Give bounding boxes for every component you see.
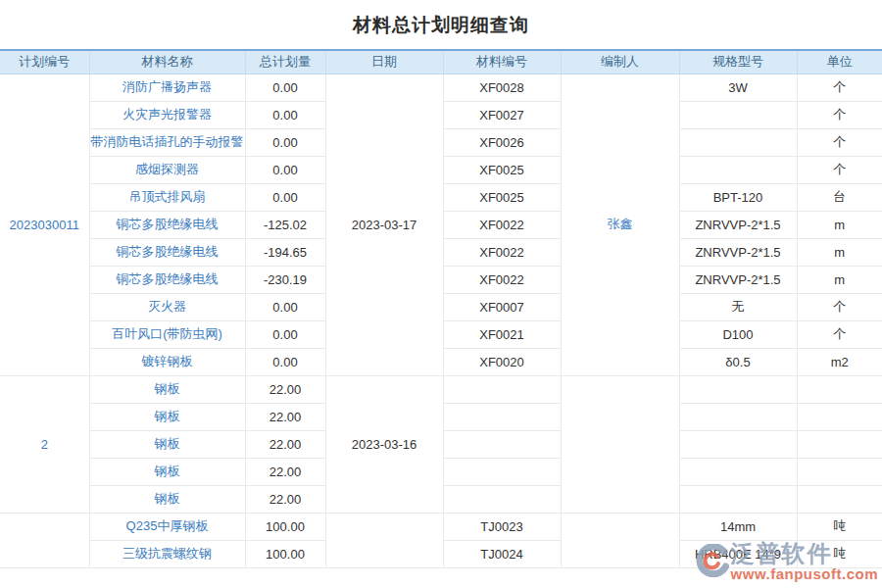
- date-cell: 2023-03-17: [325, 74, 443, 375]
- table-row: 2钢板22.002023-03-16: [0, 375, 882, 403]
- unit-cell: [797, 485, 882, 513]
- unit-cell: 个: [797, 101, 882, 128]
- material-name-link[interactable]: 铜芯多股绝缘电线: [89, 266, 245, 293]
- spec-model-cell: [679, 403, 797, 430]
- total-plan-qty-cell: 0.00: [245, 320, 325, 348]
- total-plan-qty-cell: 0.00: [245, 348, 325, 375]
- material-name-link[interactable]: 带消防电话插孔的手动报警: [89, 128, 245, 156]
- total-plan-qty-cell: 0.00: [245, 183, 325, 211]
- column-header-unit: 单位: [797, 50, 882, 74]
- page: 材料总计划明细查询 计划编号 材料名称 总计划量 日期 材料编号 编制人 规格型…: [0, 0, 882, 588]
- total-plan-qty-cell: 0.00: [245, 156, 325, 183]
- material-number-cell: XF0027: [443, 101, 561, 128]
- total-plan-qty-cell: 22.00: [245, 485, 325, 513]
- table-header: 计划编号 材料名称 总计划量 日期 材料编号 编制人 规格型号 单位: [0, 50, 882, 74]
- header-row: 计划编号 材料名称 总计划量 日期 材料编号 编制人 规格型号 单位: [0, 50, 882, 74]
- spec-model-cell: BPT-120: [679, 183, 797, 211]
- table-row: Q235中厚钢板100.00TJ002314mm吨: [0, 513, 882, 540]
- plan-number-link[interactable]: 2: [0, 375, 89, 513]
- spec-model-cell: [679, 430, 797, 458]
- spec-model-cell: δ0.5: [679, 348, 797, 375]
- plan-number-link[interactable]: 2023030011: [0, 74, 89, 375]
- material-number-cell: [443, 375, 561, 403]
- total-plan-qty-cell: 22.00: [245, 458, 325, 485]
- unit-cell: [797, 430, 882, 458]
- unit-cell: 个: [797, 293, 882, 320]
- material-name-link[interactable]: 感烟探测器: [89, 156, 245, 183]
- compiler-cell: [561, 513, 679, 567]
- total-plan-qty-cell: -194.65: [245, 238, 325, 266]
- material-number-cell: XF0022: [443, 266, 561, 293]
- material-number-cell: [443, 458, 561, 485]
- material-number-cell: XF0026: [443, 128, 561, 156]
- unit-cell: m: [797, 238, 882, 266]
- total-plan-qty-cell: 22.00: [245, 430, 325, 458]
- material-name-link[interactable]: 火灾声光报警器: [89, 101, 245, 128]
- spec-model-cell: 3W: [679, 74, 797, 101]
- unit-cell: m: [797, 211, 882, 238]
- material-name-link[interactable]: 灭火器: [89, 293, 245, 320]
- total-plan-qty-cell: -125.02: [245, 211, 325, 238]
- material-name-link[interactable]: 铜芯多股绝缘电线: [89, 211, 245, 238]
- total-plan-qty-cell: 0.00: [245, 101, 325, 128]
- column-header-spec: 规格型号: [679, 50, 797, 74]
- total-plan-qty-cell: 100.00: [245, 540, 325, 567]
- spec-model-cell: ZNRVVP-2*1.5: [679, 238, 797, 266]
- spec-model-cell: [679, 375, 797, 403]
- total-plan-qty-cell: 0.00: [245, 74, 325, 101]
- spec-model-cell: ZNRVVP-2*1.5: [679, 266, 797, 293]
- material-name-link[interactable]: 钢板: [89, 403, 245, 430]
- total-plan-qty-cell: 0.00: [245, 293, 325, 320]
- unit-cell: m: [797, 266, 882, 293]
- material-number-cell: XF0022: [443, 211, 561, 238]
- material-number-cell: XF0020: [443, 348, 561, 375]
- total-plan-qty-cell: 0.00: [245, 128, 325, 156]
- unit-cell: [797, 375, 882, 403]
- materials-table: 计划编号 材料名称 总计划量 日期 材料编号 编制人 规格型号 单位 20230…: [0, 49, 882, 568]
- table-row: 2023030011消防广播扬声器0.002023-03-17XF0028张鑫3…: [0, 74, 882, 101]
- spec-model-cell: ZNRVVP-2*1.5: [679, 211, 797, 238]
- material-number-cell: [443, 485, 561, 513]
- total-plan-qty-cell: 100.00: [245, 513, 325, 540]
- spec-model-cell: [679, 485, 797, 513]
- material-number-cell: XF0025: [443, 183, 561, 211]
- date-cell: 2023-03-16: [325, 375, 443, 513]
- material-name-link[interactable]: 三级抗震螺纹钢: [89, 540, 245, 567]
- material-name-link[interactable]: 铜芯多股绝缘电线: [89, 238, 245, 266]
- material-number-cell: TJ0024: [443, 540, 561, 567]
- material-name-link[interactable]: 钢板: [89, 375, 245, 403]
- material-name-link[interactable]: 钢板: [89, 485, 245, 513]
- spec-model-cell: HRB400E 14*9: [679, 540, 797, 567]
- material-name-link[interactable]: 吊顶式排风扇: [89, 183, 245, 211]
- plan-number-cell: [0, 513, 89, 567]
- total-plan-qty-cell: -230.19: [245, 266, 325, 293]
- spec-model-cell: D100: [679, 320, 797, 348]
- unit-cell: m2: [797, 348, 882, 375]
- page-title: 材料总计划明细查询: [0, 0, 882, 49]
- column-header-mat-no: 材料编号: [443, 50, 561, 74]
- material-name-link[interactable]: Q235中厚钢板: [89, 513, 245, 540]
- column-header-date: 日期: [325, 50, 443, 74]
- material-name-link[interactable]: 钢板: [89, 430, 245, 458]
- compiler-cell: [561, 375, 679, 513]
- material-number-cell: XF0007: [443, 293, 561, 320]
- unit-cell: 个: [797, 320, 882, 348]
- unit-cell: 个: [797, 74, 882, 101]
- compiler-link[interactable]: 张鑫: [561, 74, 679, 375]
- spec-model-cell: [679, 128, 797, 156]
- unit-cell: [797, 458, 882, 485]
- spec-model-cell: [679, 458, 797, 485]
- column-header-total-qty: 总计划量: [245, 50, 325, 74]
- material-number-cell: XF0021: [443, 320, 561, 348]
- date-cell: [325, 513, 443, 567]
- unit-cell: [797, 403, 882, 430]
- material-name-link[interactable]: 百叶风口(带防虫网): [89, 320, 245, 348]
- material-name-link[interactable]: 消防广播扬声器: [89, 74, 245, 101]
- unit-cell: 个: [797, 128, 882, 156]
- unit-cell: 吨: [797, 513, 882, 540]
- material-name-link[interactable]: 钢板: [89, 458, 245, 485]
- column-header-material: 材料名称: [89, 50, 245, 74]
- total-plan-qty-cell: 22.00: [245, 403, 325, 430]
- material-name-link[interactable]: 镀锌钢板: [89, 348, 245, 375]
- material-number-cell: TJ0023: [443, 513, 561, 540]
